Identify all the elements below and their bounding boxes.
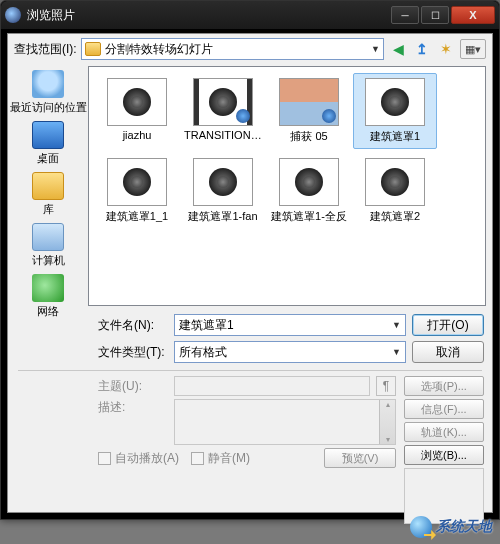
- options-button[interactable]: 选项(P)...: [404, 376, 484, 396]
- file-item[interactable]: TRANSITION 13: [181, 73, 265, 149]
- window-title: 浏览照片: [27, 7, 391, 24]
- file-name: 捕获 05: [270, 129, 348, 144]
- separator: [18, 370, 482, 371]
- place-computer[interactable]: 计算机: [32, 221, 65, 270]
- up-one-level-icon[interactable]: ↥: [412, 39, 432, 59]
- file-item[interactable]: jiazhu: [95, 73, 179, 149]
- play-overlay-icon: [236, 109, 250, 123]
- new-folder-icon[interactable]: ✶: [436, 39, 456, 59]
- autoplay-checkbox[interactable]: 自动播放(A): [98, 450, 179, 467]
- rtl-toggle-icon[interactable]: ¶: [376, 376, 396, 396]
- library-icon: [32, 172, 64, 200]
- track-button[interactable]: 轨道(K)...: [404, 422, 484, 442]
- chevron-down-icon[interactable]: ▼: [392, 320, 401, 330]
- file-thumb-icon: [107, 158, 167, 206]
- place-recent[interactable]: 最近访问的位置: [10, 68, 87, 117]
- file-name: jiazhu: [98, 129, 176, 141]
- checkbox-icon: [191, 452, 204, 465]
- client-area: 查找范围(I): 分割特效转场幻灯片 ▼ ◀ ↥ ✶ ▦▾ 最近访问的位置 桌面…: [7, 33, 493, 513]
- filetype-select[interactable]: 所有格式▼: [174, 341, 406, 363]
- file-name: 建筑遮罩1: [356, 129, 434, 144]
- path-combo[interactable]: 分割特效转场幻灯片 ▼: [81, 38, 384, 60]
- chevron-down-icon[interactable]: ▼: [371, 44, 380, 54]
- recent-icon: [32, 70, 64, 98]
- file-name: 建筑遮罩1-全反: [270, 209, 348, 224]
- desktop-icon: [32, 121, 64, 149]
- file-name: 建筑遮罩1_1: [98, 209, 176, 224]
- filetype-label: 文件类型(T):: [98, 344, 168, 361]
- folder-icon: [85, 42, 101, 56]
- path-text: 分割特效转场幻灯片: [105, 41, 367, 58]
- place-desktop[interactable]: 桌面: [32, 119, 64, 168]
- browse-button[interactable]: 浏览(B)...: [404, 445, 484, 465]
- place-library[interactable]: 库: [32, 170, 64, 219]
- file-item[interactable]: 建筑遮罩1_1: [95, 153, 179, 229]
- file-list[interactable]: jiazhuTRANSITION 13捕获 05建筑遮罩1建筑遮罩1_1建筑遮罩…: [88, 66, 486, 306]
- mute-checkbox[interactable]: 静音(M): [191, 450, 250, 467]
- play-overlay-icon: [322, 109, 336, 123]
- file-name: 建筑遮罩2: [356, 209, 434, 224]
- globe-icon: [410, 516, 432, 538]
- open-button[interactable]: 打开(O): [412, 314, 484, 336]
- views-icon[interactable]: ▦▾: [460, 39, 486, 59]
- places-bar: 最近访问的位置 桌面 库 计算机 网络: [8, 64, 88, 308]
- file-thumb-icon: [279, 158, 339, 206]
- toolbar: 查找范围(I): 分割特效转场幻灯片 ▼ ◀ ↥ ✶ ▦▾: [8, 34, 492, 64]
- file-name: TRANSITION 13: [184, 129, 262, 141]
- file-thumb-icon: [107, 78, 167, 126]
- file-thumb-icon: [193, 78, 253, 126]
- scrollbar: ▴▾: [379, 400, 395, 444]
- file-name: 建筑遮罩1-fan: [184, 209, 262, 224]
- file-thumb-icon: [279, 78, 339, 126]
- file-dialog-window: 浏览照片 ─ ☐ X 查找范围(I): 分割特效转场幻灯片 ▼ ◀ ↥ ✶ ▦▾…: [0, 0, 500, 520]
- info-button[interactable]: 信息(F)...: [404, 399, 484, 419]
- file-thumb-icon: [365, 78, 425, 126]
- checkbox-icon: [98, 452, 111, 465]
- back-icon[interactable]: ◀: [388, 39, 408, 59]
- titlebar[interactable]: 浏览照片 ─ ☐ X: [1, 1, 499, 29]
- file-item[interactable]: 捕获 05: [267, 73, 351, 149]
- lookin-label: 查找范围(I):: [14, 41, 77, 58]
- file-thumb-icon: [193, 158, 253, 206]
- subject-input: [174, 376, 370, 396]
- file-item[interactable]: 建筑遮罩1-fan: [181, 153, 265, 229]
- file-item[interactable]: 建筑遮罩1: [353, 73, 437, 149]
- network-icon: [32, 274, 64, 302]
- app-icon: [5, 7, 21, 23]
- minimize-button[interactable]: ─: [391, 6, 419, 24]
- maximize-button[interactable]: ☐: [421, 6, 449, 24]
- close-button[interactable]: X: [451, 6, 495, 24]
- watermark: 系统天地: [410, 516, 492, 538]
- computer-icon: [32, 223, 64, 251]
- desc-label: 描述:: [98, 399, 168, 416]
- subject-label: 主题(U):: [98, 378, 168, 395]
- preview-play-button[interactable]: 预览(V): [324, 448, 396, 468]
- chevron-down-icon[interactable]: ▼: [392, 347, 401, 357]
- filename-input[interactable]: 建筑遮罩1▼: [174, 314, 406, 336]
- place-network[interactable]: 网络: [32, 272, 64, 321]
- file-item[interactable]: 建筑遮罩1-全反: [267, 153, 351, 229]
- file-item[interactable]: 建筑遮罩2: [353, 153, 437, 229]
- file-thumb-icon: [365, 158, 425, 206]
- cancel-button[interactable]: 取消: [412, 341, 484, 363]
- filename-label: 文件名(N):: [98, 317, 168, 334]
- description-textarea: ▴▾: [174, 399, 396, 445]
